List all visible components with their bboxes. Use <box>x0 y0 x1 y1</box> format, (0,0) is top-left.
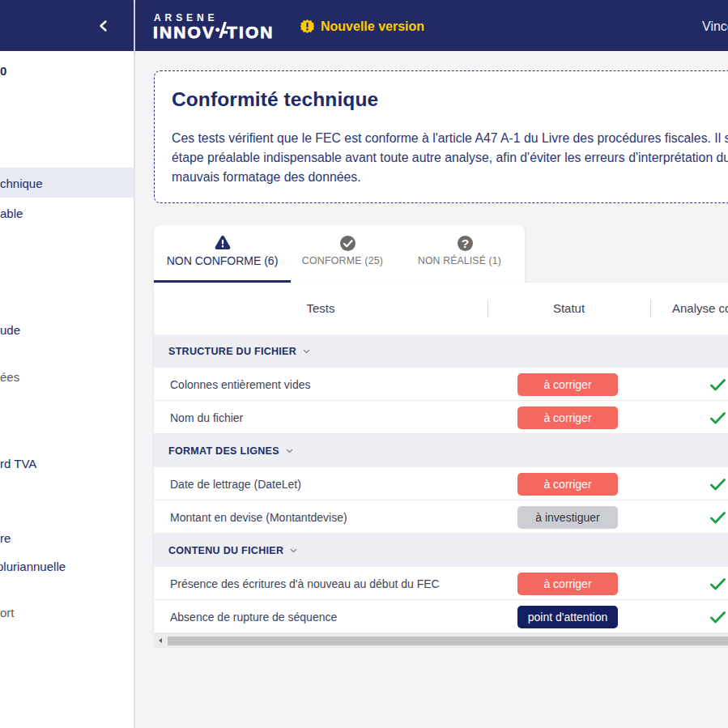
svg-text:?: ? <box>462 236 469 250</box>
